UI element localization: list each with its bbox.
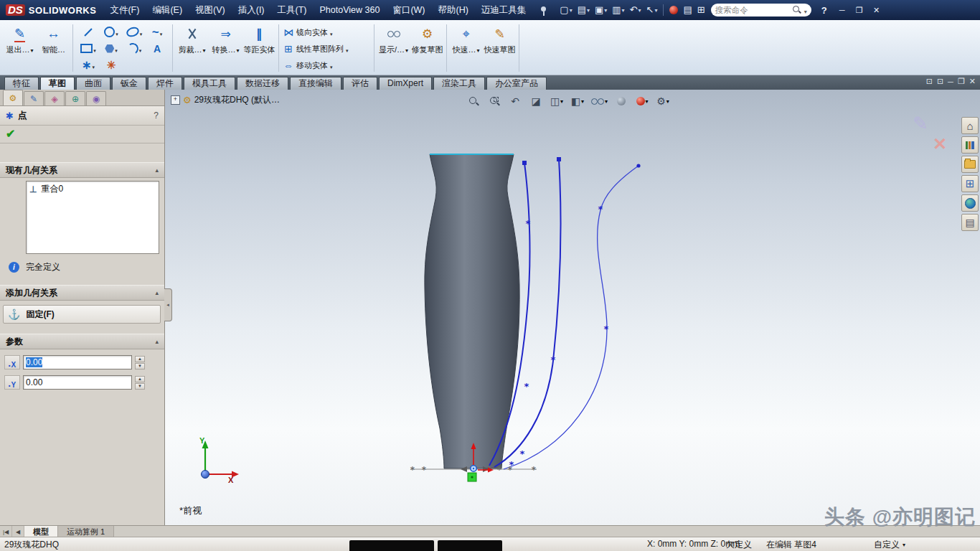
menu-maidi-tools[interactable]: 迈迪工具集 xyxy=(475,0,533,20)
command-search[interactable]: 搜索命令 xyxy=(711,4,811,17)
move-dropdown-icon[interactable] xyxy=(330,59,333,72)
graphics-viewport[interactable]: * * * * * * * * * * * * * xyxy=(165,90,980,525)
menu-insert[interactable]: 插入(I) xyxy=(232,0,271,20)
pattern-dropdown-icon[interactable] xyxy=(346,42,349,55)
rectangle-dropdown-icon[interactable] xyxy=(93,42,96,55)
linear-pattern-button[interactable]: 线性草图阵列 xyxy=(281,41,372,57)
parameters-section[interactable]: 参数 xyxy=(0,334,164,349)
move-entities-button[interactable]: 移动实体 xyxy=(281,57,372,73)
motion-study-tab[interactable]: 运动算例 1 xyxy=(58,526,114,537)
point-dropdown-icon[interactable] xyxy=(92,59,95,72)
y-spin-down-button[interactable]: ▼ xyxy=(135,383,145,390)
confirm-cancel-button[interactable] xyxy=(933,134,947,154)
undo-button[interactable]: ↶ xyxy=(628,3,643,17)
spline-dropdown-icon[interactable] xyxy=(160,26,163,39)
exit-sketch-button[interactable]: 退出… xyxy=(3,22,37,75)
close-button[interactable] xyxy=(869,4,885,17)
menu-edit[interactable]: 编辑(E) xyxy=(146,0,189,20)
y-spin-up-button[interactable]: ▲ xyxy=(135,376,145,382)
relations-list[interactable]: ⊥ 重合0 xyxy=(26,181,159,254)
menu-tools[interactable]: 工具(T) xyxy=(271,0,314,20)
ellipse-tool-button[interactable] xyxy=(123,24,146,40)
polygon-tool-button[interactable] xyxy=(100,40,123,57)
tree-expand-icon[interactable]: + xyxy=(171,95,180,105)
add-relations-section[interactable]: 添加几何关系 xyxy=(0,285,164,301)
search-dropdown-icon[interactable] xyxy=(801,4,807,17)
x-spin-down-button[interactable]: ▼ xyxy=(135,363,145,369)
confirm-exit-sketch-button[interactable] xyxy=(913,113,928,135)
doc-minimize-button[interactable] xyxy=(948,77,953,86)
section-view-button[interactable] xyxy=(527,94,545,108)
relation-list-item[interactable]: ⊥ 重合0 xyxy=(27,182,159,197)
spline-2-endpoint[interactable] xyxy=(557,157,561,161)
display-delete-relations-button[interactable]: 显示/… xyxy=(377,22,410,75)
tab-features[interactable]: 特征 xyxy=(4,77,39,90)
displaymanager-tab[interactable]: ◉ xyxy=(86,91,106,105)
ellipse-dropdown-icon[interactable] xyxy=(140,26,143,39)
display-style-button[interactable] xyxy=(569,94,586,108)
propertymanager-tab[interactable]: ✎ xyxy=(24,91,44,105)
text-tool-button[interactable]: A xyxy=(146,40,169,57)
tab-office-products[interactable]: 办公室产品 xyxy=(486,77,547,90)
tab-weldments[interactable]: 焊件 xyxy=(148,77,182,90)
tab-sheet-metal[interactable]: 钣金 xyxy=(112,77,146,90)
polygon-dropdown-icon[interactable] xyxy=(115,42,118,55)
menu-view[interactable]: 视图(V) xyxy=(189,0,232,20)
fix-relation-button[interactable]: ⚓ 固定(F) xyxy=(3,305,161,324)
open-button[interactable]: ▤ xyxy=(576,3,591,17)
sketch-star-tool-button[interactable]: ✳ xyxy=(100,57,123,73)
appearance-button[interactable] xyxy=(668,3,679,17)
menu-help[interactable]: 帮助(H) xyxy=(432,0,475,20)
tab-surfaces[interactable]: 曲面 xyxy=(76,77,110,90)
rapid-sketch-button[interactable]: 快速草图 xyxy=(483,22,517,75)
previous-view-button[interactable] xyxy=(507,94,524,108)
offset-entities-button[interactable]: 等距实体 xyxy=(242,22,276,75)
doc-close-button[interactable] xyxy=(969,77,976,86)
model-tab[interactable]: 模型 xyxy=(24,526,58,537)
tab-sketch[interactable]: 草图 xyxy=(40,77,75,90)
scene-button[interactable] xyxy=(613,94,630,108)
tab-data-migration[interactable]: 数据迁移 xyxy=(237,77,288,90)
help-button[interactable]: ? xyxy=(816,5,833,16)
convert-entities-button[interactable]: 转换… xyxy=(209,22,242,75)
x-coordinate-input[interactable]: 0.00 xyxy=(23,355,132,369)
hide-show-items-button[interactable] xyxy=(590,94,609,108)
custom-properties-button[interactable] xyxy=(961,214,979,231)
doc-window-icon-2[interactable] xyxy=(937,77,943,86)
new-document-button[interactable]: ▢ xyxy=(558,3,573,17)
arc-tool-button[interactable] xyxy=(123,40,146,57)
first-tab-button[interactable] xyxy=(0,526,12,537)
clipboard-button[interactable]: ▤ xyxy=(682,3,693,17)
line-tool-button[interactable] xyxy=(77,24,100,40)
circle-dropdown-icon[interactable] xyxy=(116,26,118,39)
featuremanager-tab[interactable]: ⚙ xyxy=(3,90,23,105)
panel-splitter[interactable] xyxy=(164,288,172,321)
doc-restore-button[interactable] xyxy=(958,77,965,86)
tab-dimxpert[interactable]: DimXpert xyxy=(379,77,432,90)
view-settings-button[interactable] xyxy=(654,94,672,108)
point-tool-button[interactable]: ∗ xyxy=(77,57,100,73)
print-button[interactable]: ▥ xyxy=(611,3,626,17)
view-orientation-button[interactable] xyxy=(548,94,565,108)
circle-tool-button[interactable] xyxy=(100,24,123,40)
minimize-button[interactable] xyxy=(834,4,850,17)
spline-1-endpoint[interactable] xyxy=(522,161,527,165)
tab-direct-editing[interactable]: 直接编辑 xyxy=(290,77,341,90)
x-spin-up-button[interactable]: ▲ xyxy=(135,356,145,362)
zoom-area-button[interactable] xyxy=(486,94,503,108)
previous-tab-button[interactable] xyxy=(12,526,24,537)
doc-window-icon[interactable] xyxy=(926,77,933,86)
rectangle-tool-button[interactable] xyxy=(77,40,100,57)
sketch-canvas[interactable]: * * * * * * * * * * * * * xyxy=(165,90,980,525)
options-button[interactable]: ⊞ xyxy=(696,3,707,17)
spline-3-endpoint[interactable] xyxy=(636,164,640,167)
save-button[interactable]: ▣ xyxy=(593,3,608,17)
mirror-entities-button[interactable]: 镜向实体 xyxy=(281,24,372,40)
pin-menu-icon[interactable] xyxy=(538,5,548,15)
dimxpertmanager-tab[interactable]: ⊕ xyxy=(65,91,85,105)
mirror-dropdown-icon[interactable] xyxy=(330,26,333,39)
tab-render-tools[interactable]: 渲染工具 xyxy=(433,77,485,90)
tab-mold-tools[interactable]: 模具工具 xyxy=(184,77,235,90)
menu-photoview[interactable]: PhotoView 360 xyxy=(314,0,387,20)
resources-button[interactable] xyxy=(961,136,979,154)
